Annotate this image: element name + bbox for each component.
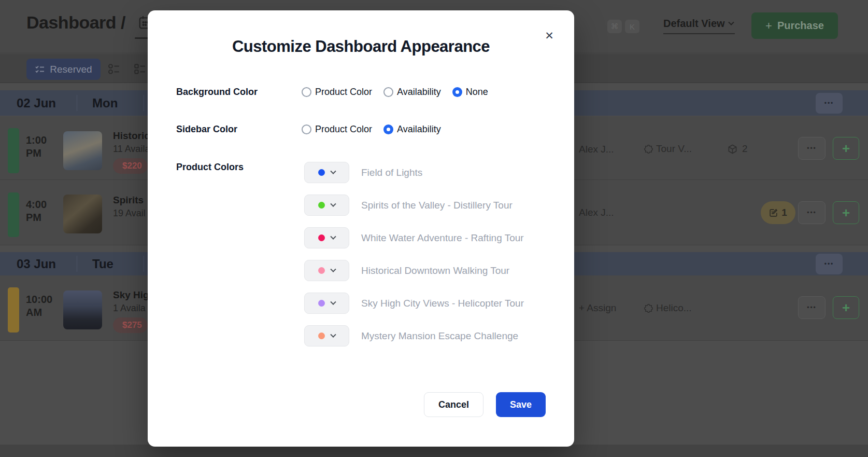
customize-dashboard-modal: Customize Dashboard Appearance ✕ Backgro…	[148, 10, 574, 447]
chevron-down-icon	[330, 233, 336, 239]
notes-count: 1	[781, 207, 787, 218]
event-thumbnail	[63, 290, 102, 329]
radio-sidebar-product-color[interactable]: Product Color	[302, 124, 372, 135]
product-color-row: White Water Adventure - Rafting Tour	[304, 227, 524, 248]
product-name: Mystery Mansion Escape Challenge	[361, 330, 518, 342]
color-dot	[318, 202, 325, 209]
staff-name: Alex J...	[579, 207, 614, 218]
sidebar-color-label: Sidebar Color	[176, 120, 237, 138]
event-time: 10:00 AM	[26, 293, 52, 319]
radio-bg-availability[interactable]: Availability	[383, 87, 441, 98]
product-colors-label: Product Colors	[176, 158, 244, 176]
color-picker-dropdown[interactable]	[304, 293, 349, 314]
purchase-button[interactable]: + Purchase	[751, 12, 838, 39]
chevron-down-icon	[330, 168, 336, 174]
event-title: Sky Hig	[113, 289, 148, 301]
event-time: 1:00 PM	[26, 134, 47, 160]
sidebar-color-radio-group: Product Color Availability	[302, 120, 441, 138]
radio-sidebar-availability[interactable]: Availability	[383, 124, 441, 135]
product-name: Sky High City Views - Helicopter Tour	[361, 298, 524, 309]
event-thumbnail	[63, 131, 102, 170]
background-color-label: Background Color	[176, 83, 258, 101]
color-dot	[318, 267, 325, 274]
radio-unselected-icon	[302, 124, 311, 134]
chevron-down-icon	[330, 299, 336, 304]
day-weekday: Mon	[92, 96, 118, 110]
breadcrumb: Dashboard /	[26, 12, 125, 33]
product-name: Spirits of the Valley - Distillery Tour	[361, 200, 513, 211]
chevron-down-icon	[330, 331, 336, 337]
color-picker-dropdown[interactable]	[304, 325, 349, 347]
event-thumbnail	[63, 195, 102, 233]
divider	[77, 95, 77, 111]
radio-unselected-icon	[383, 87, 393, 97]
reserved-filter-button[interactable]: Reserved	[26, 59, 101, 80]
day-date: 02 Jun	[17, 96, 56, 110]
availability-status-bar	[8, 287, 19, 333]
add-booking-button[interactable]: +	[833, 137, 859, 160]
command-key-badge: ⌘	[607, 20, 622, 33]
addon-name: Tour V...	[656, 143, 692, 155]
plus-icon: +	[765, 19, 772, 33]
event-availability: 19 Avail	[113, 208, 148, 219]
divider	[77, 256, 77, 272]
product-color-row: Historical Downtown Walking Tour	[304, 260, 524, 281]
grid-view-button[interactable]	[133, 62, 148, 77]
event-title: Spirits	[113, 195, 148, 206]
product-colors-list: Field of Lights Spirits of the Valley - …	[304, 162, 524, 347]
color-picker-dropdown[interactable]	[304, 260, 349, 281]
add-booking-button[interactable]: +	[833, 201, 859, 224]
event-title: Historic	[113, 130, 148, 142]
checklist-icon	[35, 64, 45, 75]
event-options-button[interactable]: •••	[798, 296, 826, 319]
day-weekday: Tue	[92, 257, 113, 271]
color-dot	[318, 234, 325, 241]
product-name: Historical Downtown Walking Tour	[361, 265, 509, 276]
color-picker-dropdown[interactable]	[304, 162, 349, 183]
add-booking-button[interactable]: +	[833, 296, 859, 319]
color-dot	[318, 333, 325, 339]
product-color-row: Field of Lights	[304, 162, 524, 183]
product-color-row: Sky High City Views - Helicopter Tour	[304, 293, 524, 314]
product-name: Field of Lights	[361, 167, 422, 178]
puzzle-icon	[644, 145, 653, 154]
event-options-button[interactable]: •••	[798, 137, 826, 160]
assign-staff-button[interactable]: + Assign	[579, 302, 616, 314]
radio-bg-none[interactable]: None	[452, 87, 488, 98]
default-view-dropdown[interactable]: Default View	[663, 18, 733, 30]
color-picker-dropdown[interactable]	[304, 227, 349, 248]
view-dropdown-underline	[663, 33, 735, 34]
addon-name: Helico...	[656, 302, 692, 314]
radio-selected-icon	[452, 87, 462, 97]
divider	[144, 95, 144, 111]
cancel-button[interactable]: Cancel	[424, 392, 483, 417]
day-options-button[interactable]: •••	[816, 254, 843, 274]
color-picker-dropdown[interactable]	[304, 195, 349, 216]
day-options-button[interactable]: •••	[816, 93, 843, 114]
timeline-view-button[interactable]	[107, 62, 122, 77]
availability-status-bar	[8, 128, 19, 173]
chevron-down-icon	[330, 266, 336, 272]
staff-name: Alex J...	[579, 144, 614, 155]
clock-list-icon	[107, 62, 121, 76]
chevron-down-icon	[728, 19, 734, 25]
day-date: 03 Jun	[17, 257, 56, 271]
radio-selected-icon	[383, 124, 393, 134]
purchase-label: Purchase	[777, 20, 824, 32]
save-button[interactable]: Save	[496, 392, 546, 417]
color-dot	[318, 169, 325, 176]
product-color-row: Spirits of the Valley - Distillery Tour	[304, 195, 524, 216]
event-availability: 1 Availa	[113, 303, 148, 314]
cube-icon	[728, 144, 737, 154]
event-availability: 11 Availa	[113, 144, 148, 155]
grid-list-icon	[133, 62, 147, 76]
notes-badge[interactable]: 1	[761, 201, 795, 224]
puzzle-icon	[644, 304, 653, 313]
close-icon[interactable]: ✕	[542, 29, 557, 43]
radio-bg-product-color[interactable]: Product Color	[302, 87, 372, 98]
note-edit-icon	[769, 209, 778, 217]
background-color-radio-group: Product Color Availability None	[302, 83, 488, 101]
k-key-badge: K	[625, 20, 639, 33]
radio-unselected-icon	[302, 87, 311, 97]
event-options-button[interactable]: •••	[798, 201, 826, 224]
